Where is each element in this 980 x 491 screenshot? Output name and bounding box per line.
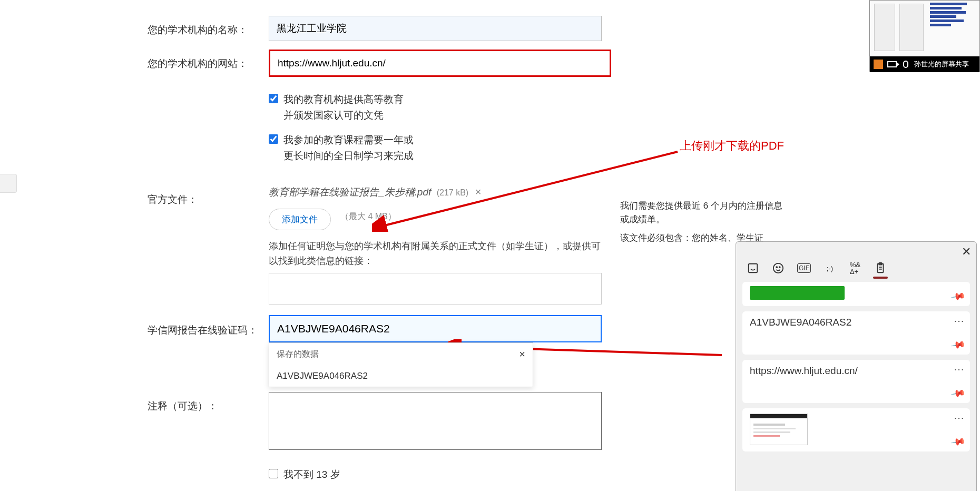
tab-emoji-icon[interactable] <box>772 262 785 274</box>
tab-gif-icon[interactable]: GIF <box>797 263 811 273</box>
add-file-button[interactable]: 添加文件 <box>269 209 331 230</box>
max-file-hint: （最大 4 MB） <box>340 211 396 222</box>
mic-icon[interactable] <box>900 59 911 70</box>
higher-edu-label-line2: 并颁发国家认可的文凭 <box>283 107 404 123</box>
uploaded-file-size: (217 kB) <box>437 188 468 197</box>
autocomplete-header: 保存的数据 <box>277 349 319 360</box>
clipboard-item[interactable]: 📌 <box>742 282 970 306</box>
tab-clipboard-icon[interactable] <box>874 262 887 274</box>
svg-point-5 <box>779 267 780 268</box>
verification-code-label: 学信网报告在线验证码： <box>148 315 269 337</box>
meeting-status-text: 孙世光的屏幕共享 <box>914 60 976 69</box>
official-doc-label: 官方文件： <box>148 185 269 207</box>
doc-requirement-line1: 我们需要您提供最近 6 个月内的注册信息或成绩单。 <box>620 199 783 226</box>
tab-sticker-icon[interactable] <box>747 262 759 274</box>
meeting-status-bar: 孙世光的屏幕共享 <box>870 56 979 72</box>
notes-label: 注释（可选）： <box>148 392 269 413</box>
form-panel: 您的学术机构的名称： 您的学术机构的网站： 我的教育机构提供高等教育 并颁发国家… <box>122 0 835 491</box>
autocomplete-close[interactable]: × <box>519 348 525 360</box>
clipboard-image-thumb <box>750 414 808 445</box>
clipboard-item-text: A1VBJWE9A046RAS2 <box>750 317 963 328</box>
tab-symbols-icon[interactable]: %&Δ+ <box>849 262 861 274</box>
fulltime-label-line2: 更长时间的全日制学习来完成 <box>283 148 414 164</box>
clipboard-close-button[interactable]: ✕ <box>962 245 971 259</box>
clipboard-panel: ✕ GIF ;-) %&Δ+ 📌 A1VBJWE9A046RAS2 ⋯ <box>736 241 977 491</box>
higher-edu-checkbox[interactable] <box>269 94 278 103</box>
institution-name-label: 您的学术机构的名称： <box>148 16 269 37</box>
meeting-thumbnail[interactable]: 孙世光的屏幕共享 <box>869 0 980 72</box>
camera-icon[interactable] <box>887 59 897 70</box>
clipboard-item-menu[interactable]: ⋯ <box>954 315 965 327</box>
clipboard-item-text: https://www.hljut.edu.cn/ <box>750 365 963 377</box>
institution-site-label: 您的学术机构的网站： <box>148 50 269 71</box>
clipboard-item[interactable]: https://www.hljut.edu.cn/ ⋯ 📌 <box>742 360 970 403</box>
pin-icon[interactable]: 📌 <box>950 337 966 353</box>
avatar-icon <box>873 59 884 70</box>
sidebar-tab-stub[interactable] <box>0 174 17 193</box>
clipboard-tabs: GIF ;-) %&Δ+ <box>736 259 976 279</box>
clipboard-item[interactable]: A1VBJWE9A046RAS2 ⋯ 📌 <box>742 311 970 355</box>
institution-site-input[interactable] <box>269 50 611 77</box>
clipboard-item-menu[interactable]: ⋯ <box>954 363 965 376</box>
clipboard-green-bar <box>750 286 845 300</box>
notes-textarea[interactable] <box>269 392 602 450</box>
clipboard-item-menu[interactable]: ⋯ <box>954 411 965 424</box>
extra-files-description: 添加任何证明您与您的学术机构有附属关系的正式文件（如学生证），或提供可以找到此类… <box>269 239 601 269</box>
fulltime-label-line1: 我参加的教育课程需要一年或 <box>283 132 414 148</box>
under13-label: 我不到 13 岁 <box>283 467 340 483</box>
svg-point-3 <box>773 263 783 273</box>
doc-requirement-info: 我们需要您提供最近 6 个月内的注册信息或成绩单。 该文件必须包含：您的姓名、学… <box>620 199 783 245</box>
institution-name-input[interactable] <box>269 16 602 41</box>
clipboard-item[interactable]: ⋯ 📌 <box>742 408 970 451</box>
tab-kaomoji-icon[interactable]: ;-) <box>824 262 836 274</box>
verification-code-input[interactable] <box>269 315 602 342</box>
higher-edu-label-line1: 我的教育机构提供高等教育 <box>283 92 404 107</box>
remove-file-button[interactable]: × <box>475 186 482 198</box>
svg-rect-2 <box>749 264 758 273</box>
under13-checkbox[interactable] <box>269 469 278 478</box>
svg-point-4 <box>776 267 777 268</box>
fulltime-label: 我参加的教育课程需要一年或 更长时间的全日制学习来完成 <box>283 132 414 164</box>
pin-icon[interactable]: 📌 <box>950 434 966 450</box>
clipboard-list[interactable]: 📌 A1VBJWE9A046RAS2 ⋯ 📌 https://www.hljut… <box>736 279 976 491</box>
shared-screen-preview <box>870 1 979 56</box>
pin-icon[interactable]: 📌 <box>950 288 966 305</box>
higher-edu-label: 我的教育机构提供高等教育 并颁发国家认可的文凭 <box>283 92 404 124</box>
extra-files-textarea[interactable] <box>269 273 602 305</box>
autocomplete-dropdown: 保存的数据 × A1VBJWE9A046RAS2 <box>269 342 533 387</box>
fulltime-checkbox[interactable] <box>269 134 278 144</box>
autocomplete-item[interactable]: A1VBJWE9A046RAS2 <box>269 366 533 387</box>
uploaded-file-name: 教育部学籍在线验证报告_朱步稽.pdf <box>269 186 431 198</box>
pin-icon[interactable]: 📌 <box>950 385 966 401</box>
